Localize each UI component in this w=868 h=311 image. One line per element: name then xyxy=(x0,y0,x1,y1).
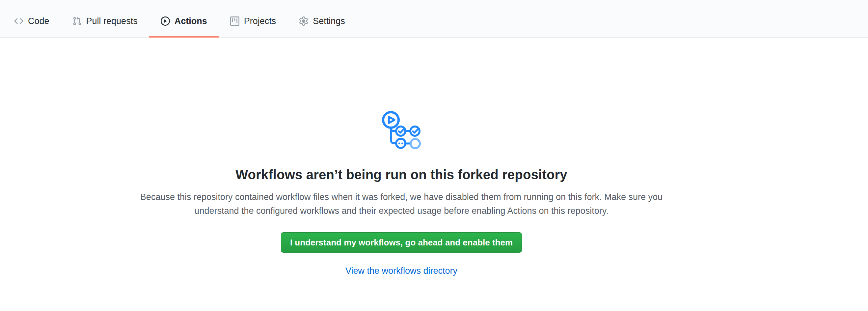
blankslate-description: Because this repository contained workfl… xyxy=(135,190,668,218)
tab-code[interactable]: Code xyxy=(3,0,61,37)
active-tab-underline xyxy=(149,36,219,37)
tab-label: Settings xyxy=(313,17,345,26)
project-icon xyxy=(230,17,239,26)
tab-label: Projects xyxy=(244,17,276,26)
tab-projects[interactable]: Projects xyxy=(219,0,288,37)
tab-label: Actions xyxy=(175,17,207,26)
repo-nav: Code Pull requests Actions Projects Sett… xyxy=(0,0,868,37)
blankslate-title: Workflows aren’t being run on this forke… xyxy=(0,166,803,183)
code-icon xyxy=(14,17,23,26)
tab-label: Code xyxy=(28,17,50,26)
gear-icon xyxy=(299,17,308,26)
git-pull-request-icon xyxy=(72,17,82,26)
enable-workflows-button[interactable]: I understand my workflows, go ahead and … xyxy=(281,232,522,253)
tab-label: Pull requests xyxy=(86,17,137,26)
tab-settings[interactable]: Settings xyxy=(287,0,356,37)
workflow-graph-icon xyxy=(382,111,421,149)
play-icon xyxy=(161,17,170,26)
tab-actions[interactable]: Actions xyxy=(149,0,219,37)
tab-pull-requests[interactable]: Pull requests xyxy=(61,0,149,37)
workflows-directory-link[interactable]: View the workflows directory xyxy=(0,265,803,276)
actions-blankslate-page: Workflows aren’t being run on this forke… xyxy=(0,37,868,276)
blankslate: Workflows aren’t being run on this forke… xyxy=(0,37,803,276)
